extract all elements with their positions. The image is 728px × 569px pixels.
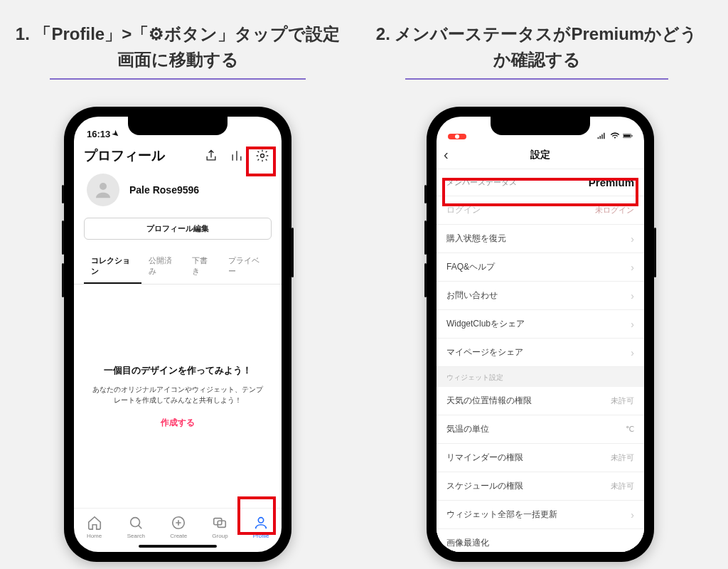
step2-underline	[405, 78, 668, 80]
nav-create-label: Create	[170, 533, 187, 539]
row-temp-label: 気温の単位	[446, 423, 489, 435]
member-status-label: メンバーステータス	[446, 177, 517, 188]
row-login-label: ログイン	[446, 204, 481, 216]
member-status-value: Premium	[589, 176, 634, 188]
row-image-opt-label: 画像最適化	[446, 537, 489, 549]
tab-published[interactable]: 公開済み	[141, 250, 185, 284]
phone-settings: ‹ 設定 メンバーステータス Premium ログイン 未ログイン 購入状態を復…	[427, 107, 654, 562]
promo-title: 一個目のデザインを作ってみよう！	[104, 364, 252, 377]
svg-rect-9	[631, 135, 632, 137]
nav-profile[interactable]: Profile	[253, 515, 269, 539]
settings-header: ‹ 設定	[437, 141, 644, 169]
row-schedule-value: 未許可	[611, 481, 634, 491]
phone-side-button	[424, 220, 427, 255]
nav-home-label: Home	[87, 533, 102, 539]
step1-text: 1. 「Profile」>「⚙︎ボタン」タップで設定画面に移動する	[16, 24, 340, 69]
chevron-right-icon: ›	[631, 509, 634, 521]
svg-point-1	[100, 183, 107, 190]
svg-rect-8	[623, 134, 631, 137]
svg-point-6	[258, 517, 263, 522]
promo-create-button[interactable]: 作成する	[161, 417, 195, 429]
row-faq-label: FAQ&ヘルプ	[446, 261, 495, 273]
profile-title: プロフィール	[84, 147, 195, 165]
nav-create[interactable]: Create	[170, 515, 187, 539]
nav-search-label: Search	[127, 533, 145, 539]
profile-tabs: コレクション 公開済み 下書き プライベー	[74, 250, 282, 284]
row-reminder-value: 未許可	[611, 452, 634, 463]
row-login-value: 未ログイン	[595, 205, 634, 216]
row-contact-label: お問い合わせ	[446, 289, 498, 302]
tab-drafts[interactable]: 下書き	[185, 250, 221, 284]
row-schedule[interactable]: スケジュールの権限 未許可	[437, 472, 644, 501]
status-icons	[597, 132, 633, 139]
phone-side-button	[62, 263, 64, 297]
status-time: 16:13 ➤	[87, 129, 119, 139]
svg-point-0	[261, 154, 264, 158]
row-weather[interactable]: 天気の位置情報の権限 未許可	[437, 387, 644, 415]
nav-home[interactable]: Home	[87, 515, 102, 539]
row-temp[interactable]: 気温の単位 ℃	[437, 415, 644, 444]
notch	[128, 117, 228, 135]
phone-side-button	[62, 185, 64, 203]
share-icon[interactable]	[202, 147, 220, 165]
phone-profile: 16:13 ➤ プロフィール Pale Rose9596 プロフィール編集	[64, 107, 291, 562]
promo-subtitle: あなたのオリジナルアイコンやウィジェット、テンプレートを作成してみんなと共有しよ…	[92, 384, 263, 405]
step2-heading: 2. メンバーステータスがPremiumかどうか確認する	[370, 21, 704, 80]
section-widget: ウィジェット設定	[437, 367, 644, 387]
row-share-mypage-label: マイページをシェア	[446, 346, 523, 358]
record-dot-icon	[455, 134, 459, 139]
row-faq[interactable]: FAQ&ヘルプ ›	[437, 253, 644, 282]
row-weather-value: 未許可	[611, 395, 634, 406]
phone-side-button	[654, 228, 656, 277]
location-icon: ➤	[110, 129, 121, 140]
gear-icon[interactable]	[253, 147, 272, 165]
phone-profile-screen: 16:13 ➤ プロフィール Pale Rose9596 プロフィール編集	[74, 117, 282, 552]
row-restore[interactable]: 購入状態を復元 ›	[437, 225, 644, 253]
row-share-wc-label: WidgetClubをシェア	[446, 318, 525, 330]
username: Pale Rose9596	[129, 184, 199, 196]
chevron-right-icon: ›	[631, 319, 634, 330]
row-restore-label: 購入状態を復元	[446, 233, 506, 245]
settings-list[interactable]: メンバーステータス Premium ログイン 未ログイン 購入状態を復元 › F…	[437, 169, 644, 552]
row-weather-label: 天気の位置情報の権限	[446, 395, 532, 407]
signal-icon	[597, 132, 607, 139]
tab-collection[interactable]: コレクション	[84, 250, 141, 284]
settings-title: 設定	[530, 149, 550, 161]
chevron-right-icon: ›	[631, 262, 634, 273]
phone-side-button	[424, 185, 427, 203]
nav-group[interactable]: Group	[212, 515, 228, 539]
battery-icon	[623, 132, 633, 139]
row-refresh-all[interactable]: ウィジェット全部を一括更新 ›	[437, 501, 644, 529]
phone-side-button	[424, 263, 427, 297]
tab-private[interactable]: プライベー	[221, 250, 272, 284]
phone-side-button	[291, 228, 294, 277]
phone-side-button	[62, 220, 64, 255]
recording-pill[interactable]	[448, 134, 466, 139]
row-contact[interactable]: お問い合わせ ›	[437, 282, 644, 310]
chevron-right-icon: ›	[631, 233, 634, 245]
edit-profile-button[interactable]: プロフィール編集	[84, 218, 272, 240]
chevron-right-icon: ›	[631, 347, 634, 358]
phone-settings-screen: ‹ 設定 メンバーステータス Premium ログイン 未ログイン 購入状態を復…	[437, 117, 644, 552]
step1-heading: 1. 「Profile」>「⚙︎ボタン」タップで設定画面に移動する	[11, 21, 345, 80]
wifi-icon	[610, 132, 620, 139]
home-indicator	[139, 545, 217, 548]
empty-promo: 一個目のデザインを作ってみよう！ あなたのオリジナルアイコンやウィジェット、テン…	[74, 284, 282, 508]
row-share-wc[interactable]: WidgetClubをシェア ›	[437, 310, 644, 339]
row-login[interactable]: ログイン 未ログイン	[437, 196, 644, 225]
stats-icon[interactable]	[228, 147, 246, 165]
chevron-right-icon: ›	[631, 290, 634, 302]
row-refresh-all-label: ウィジェット全部を一括更新	[446, 509, 557, 521]
row-share-mypage[interactable]: マイページをシェア ›	[437, 339, 644, 367]
avatar[interactable]	[87, 174, 119, 206]
back-icon[interactable]: ‹	[444, 147, 449, 163]
step2-text: 2. メンバーステータスがPremiumかどうか確認する	[376, 24, 697, 69]
row-image-opt[interactable]: 画像最適化	[437, 529, 644, 552]
row-reminder[interactable]: リマインダーの権限 未許可	[437, 444, 644, 472]
row-reminder-label: リマインダーの権限	[446, 452, 523, 464]
status-time-text: 16:13	[87, 129, 110, 139]
row-member-status[interactable]: メンバーステータス Premium	[437, 169, 644, 196]
nav-search[interactable]: Search	[127, 515, 145, 539]
user-row: Pale Rose9596	[74, 169, 282, 215]
nav-profile-label: Profile	[253, 533, 269, 539]
